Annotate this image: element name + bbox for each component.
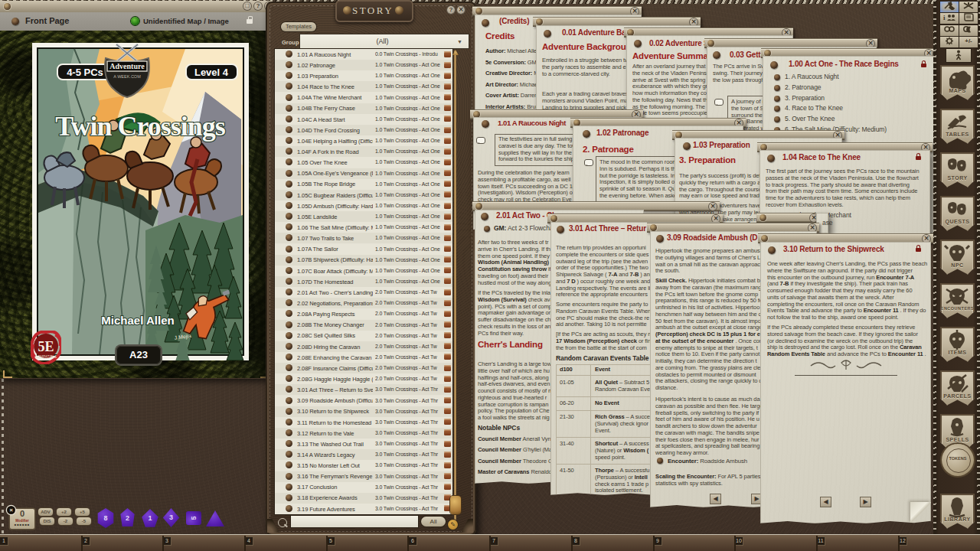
- svg-text:A WEEK.COM: A WEEK.COM: [113, 74, 141, 79]
- svg-text:Adventure: Adventure: [109, 62, 145, 70]
- svg-text:Michael Allen: Michael Allen: [101, 314, 174, 327]
- svg-text:COMPATIBLE: COMPATIBLE: [35, 355, 57, 359]
- svg-text:i: i: [943, 14, 946, 21]
- svg-text:Level 4: Level 4: [194, 67, 229, 78]
- svg-text:5E: 5E: [38, 339, 54, 354]
- svg-text:Twin Crossings: Twin Crossings: [55, 111, 226, 142]
- svg-text:4-5 PCs: 4-5 PCs: [67, 67, 103, 78]
